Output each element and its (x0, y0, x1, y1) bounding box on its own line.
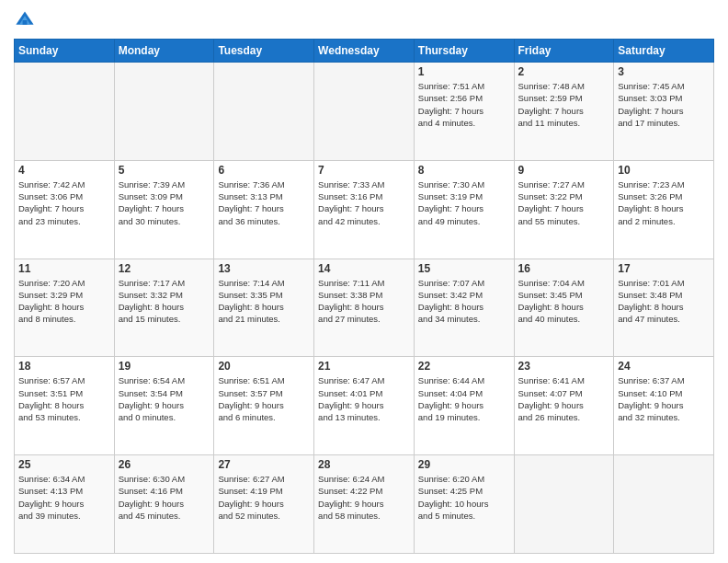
day-info: Sunrise: 7:51 AM Sunset: 2:56 PM Dayligh… (418, 80, 510, 129)
calendar-table: SundayMondayTuesdayWednesdayThursdayFrid… (14, 39, 714, 554)
day-number: 12 (119, 262, 210, 275)
day-number: 9 (518, 164, 610, 177)
day-number: 22 (418, 360, 510, 373)
day-info: Sunrise: 7:01 AM Sunset: 3:48 PM Dayligh… (618, 277, 710, 326)
day-number: 29 (418, 458, 510, 471)
day-number: 24 (618, 360, 710, 373)
day-info: Sunrise: 7:48 AM Sunset: 2:59 PM Dayligh… (518, 80, 610, 129)
calendar-cell (514, 455, 614, 554)
calendar-cell: 15Sunrise: 7:07 AM Sunset: 3:42 PM Dayli… (414, 259, 514, 357)
calendar-cell: 20Sunrise: 6:51 AM Sunset: 3:57 PM Dayli… (214, 357, 314, 455)
page: SundayMondayTuesdayWednesdayThursdayFrid… (0, 0, 728, 563)
day-info: Sunrise: 7:04 AM Sunset: 3:45 PM Dayligh… (518, 277, 610, 326)
day-number: 13 (218, 262, 310, 275)
weekday-tuesday: Tuesday (214, 40, 314, 63)
svg-rect-2 (23, 20, 28, 25)
weekday-sunday: Sunday (15, 40, 115, 63)
day-number: 21 (318, 360, 410, 373)
calendar-cell: 3Sunrise: 7:45 AM Sunset: 3:03 PM Daylig… (614, 63, 714, 161)
day-info: Sunrise: 7:27 AM Sunset: 3:22 PM Dayligh… (518, 178, 610, 227)
day-info: Sunrise: 6:44 AM Sunset: 4:04 PM Dayligh… (418, 374, 510, 423)
day-number: 10 (618, 164, 710, 177)
calendar-cell: 8Sunrise: 7:30 AM Sunset: 3:19 PM Daylig… (414, 160, 514, 259)
calendar-cell: 16Sunrise: 7:04 AM Sunset: 3:45 PM Dayli… (514, 259, 614, 357)
calendar-cell: 18Sunrise: 6:57 AM Sunset: 3:51 PM Dayli… (15, 357, 115, 455)
day-info: Sunrise: 7:11 AM Sunset: 3:38 PM Dayligh… (318, 277, 410, 326)
header (14, 9, 714, 31)
logo-icon (14, 9, 36, 31)
day-number: 16 (518, 262, 610, 275)
calendar-cell: 7Sunrise: 7:33 AM Sunset: 3:16 PM Daylig… (314, 160, 415, 259)
weekday-saturday: Saturday (614, 40, 714, 63)
logo (14, 9, 40, 31)
day-info: Sunrise: 7:30 AM Sunset: 3:19 PM Dayligh… (418, 178, 510, 227)
day-info: Sunrise: 7:07 AM Sunset: 3:42 PM Dayligh… (418, 277, 510, 326)
calendar-cell: 28Sunrise: 6:24 AM Sunset: 4:22 PM Dayli… (314, 455, 415, 554)
day-info: Sunrise: 7:23 AM Sunset: 3:26 PM Dayligh… (618, 178, 710, 227)
calendar-cell: 6Sunrise: 7:36 AM Sunset: 3:13 PM Daylig… (214, 160, 314, 259)
calendar-cell: 22Sunrise: 6:44 AM Sunset: 4:04 PM Dayli… (414, 357, 514, 455)
calendar-cell (15, 63, 115, 161)
weekday-friday: Friday (514, 40, 614, 63)
day-number: 19 (119, 360, 210, 373)
day-info: Sunrise: 6:41 AM Sunset: 4:07 PM Dayligh… (518, 374, 610, 423)
weekday-header-row: SundayMondayTuesdayWednesdayThursdayFrid… (15, 40, 714, 63)
day-info: Sunrise: 6:51 AM Sunset: 3:57 PM Dayligh… (218, 374, 310, 423)
week-row-4: 18Sunrise: 6:57 AM Sunset: 3:51 PM Dayli… (15, 357, 714, 455)
calendar-cell: 11Sunrise: 7:20 AM Sunset: 3:29 PM Dayli… (15, 259, 115, 357)
day-number: 25 (18, 458, 110, 471)
day-info: Sunrise: 6:47 AM Sunset: 4:01 PM Dayligh… (318, 374, 410, 423)
calendar-cell: 25Sunrise: 6:34 AM Sunset: 4:13 PM Dayli… (15, 455, 115, 554)
day-number: 6 (218, 164, 310, 177)
day-info: Sunrise: 7:17 AM Sunset: 3:32 PM Dayligh… (119, 277, 210, 326)
weekday-monday: Monday (114, 40, 214, 63)
weekday-thursday: Thursday (414, 40, 514, 63)
day-info: Sunrise: 6:24 AM Sunset: 4:22 PM Dayligh… (318, 473, 410, 522)
week-row-5: 25Sunrise: 6:34 AM Sunset: 4:13 PM Dayli… (15, 455, 714, 554)
calendar-cell (114, 63, 214, 161)
weekday-wednesday: Wednesday (314, 40, 415, 63)
day-number: 7 (318, 164, 410, 177)
week-row-3: 11Sunrise: 7:20 AM Sunset: 3:29 PM Dayli… (15, 259, 714, 357)
calendar-cell: 5Sunrise: 7:39 AM Sunset: 3:09 PM Daylig… (114, 160, 214, 259)
day-info: Sunrise: 6:37 AM Sunset: 4:10 PM Dayligh… (618, 374, 710, 423)
day-info: Sunrise: 7:45 AM Sunset: 3:03 PM Dayligh… (618, 80, 710, 129)
calendar-cell: 26Sunrise: 6:30 AM Sunset: 4:16 PM Dayli… (114, 455, 214, 554)
calendar-cell: 10Sunrise: 7:23 AM Sunset: 3:26 PM Dayli… (614, 160, 714, 259)
day-info: Sunrise: 6:54 AM Sunset: 3:54 PM Dayligh… (119, 374, 210, 423)
day-info: Sunrise: 6:20 AM Sunset: 4:25 PM Dayligh… (418, 473, 510, 522)
day-number: 4 (18, 164, 110, 177)
day-number: 8 (418, 164, 510, 177)
calendar-cell (314, 63, 415, 161)
day-number: 5 (119, 164, 210, 177)
day-info: Sunrise: 6:34 AM Sunset: 4:13 PM Dayligh… (18, 473, 110, 522)
calendar-cell: 12Sunrise: 7:17 AM Sunset: 3:32 PM Dayli… (114, 259, 214, 357)
day-info: Sunrise: 6:57 AM Sunset: 3:51 PM Dayligh… (18, 374, 110, 423)
day-number: 2 (518, 65, 610, 78)
week-row-2: 4Sunrise: 7:42 AM Sunset: 3:06 PM Daylig… (15, 160, 714, 259)
day-info: Sunrise: 6:27 AM Sunset: 4:19 PM Dayligh… (218, 473, 310, 522)
day-info: Sunrise: 6:30 AM Sunset: 4:16 PM Dayligh… (119, 473, 210, 522)
day-info: Sunrise: 7:36 AM Sunset: 3:13 PM Dayligh… (218, 178, 310, 227)
week-row-1: 1Sunrise: 7:51 AM Sunset: 2:56 PM Daylig… (15, 63, 714, 161)
calendar-cell: 4Sunrise: 7:42 AM Sunset: 3:06 PM Daylig… (15, 160, 115, 259)
day-info: Sunrise: 7:39 AM Sunset: 3:09 PM Dayligh… (119, 178, 210, 227)
calendar-cell: 27Sunrise: 6:27 AM Sunset: 4:19 PM Dayli… (214, 455, 314, 554)
calendar-cell: 17Sunrise: 7:01 AM Sunset: 3:48 PM Dayli… (614, 259, 714, 357)
calendar-cell: 21Sunrise: 6:47 AM Sunset: 4:01 PM Dayli… (314, 357, 415, 455)
day-number: 23 (518, 360, 610, 373)
day-number: 1 (418, 65, 510, 78)
day-number: 27 (218, 458, 310, 471)
day-number: 11 (18, 262, 110, 275)
day-number: 18 (18, 360, 110, 373)
calendar-cell: 1Sunrise: 7:51 AM Sunset: 2:56 PM Daylig… (414, 63, 514, 161)
day-number: 28 (318, 458, 410, 471)
day-number: 3 (618, 65, 710, 78)
calendar-cell: 2Sunrise: 7:48 AM Sunset: 2:59 PM Daylig… (514, 63, 614, 161)
calendar-cell: 19Sunrise: 6:54 AM Sunset: 3:54 PM Dayli… (114, 357, 214, 455)
day-info: Sunrise: 7:33 AM Sunset: 3:16 PM Dayligh… (318, 178, 410, 227)
calendar-cell: 14Sunrise: 7:11 AM Sunset: 3:38 PM Dayli… (314, 259, 415, 357)
day-number: 17 (618, 262, 710, 275)
calendar-cell: 23Sunrise: 6:41 AM Sunset: 4:07 PM Dayli… (514, 357, 614, 455)
day-info: Sunrise: 7:14 AM Sunset: 3:35 PM Dayligh… (218, 277, 310, 326)
